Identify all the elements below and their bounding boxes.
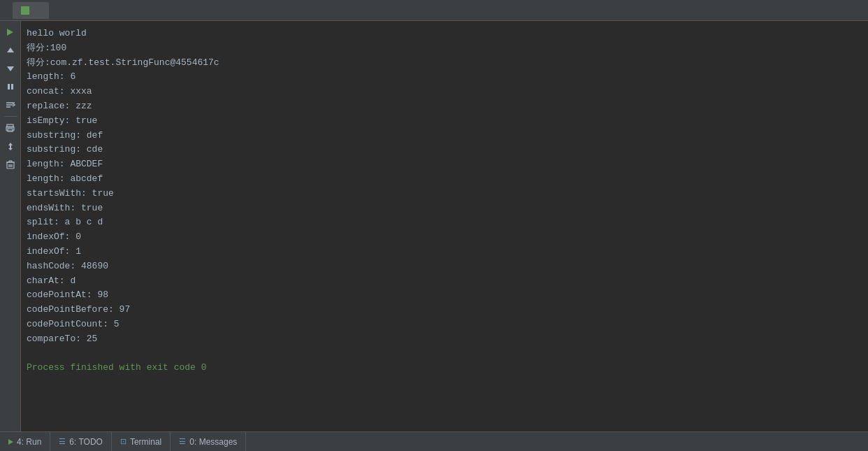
console-line: 得分:com.zf.test.StringFunc@4554617c <box>27 56 862 71</box>
print-button[interactable] <box>2 120 19 136</box>
terminal-tab-label: Terminal <box>130 437 161 447</box>
console-line: hello world <box>27 27 862 41</box>
tab-bar <box>0 0 868 21</box>
console-line: substring: def <box>27 129 862 143</box>
console-line: endsWith: true <box>27 201 862 216</box>
console-content: hello world得分:100得分:com.zf.test.StringFu… <box>21 24 868 378</box>
todo-tab-icon: ☰ <box>59 437 66 446</box>
console-line <box>27 347 862 361</box>
console-line: startsWith: true <box>27 187 862 201</box>
java-class-icon <box>21 6 29 15</box>
run-tab[interactable]: 4: Run <box>0 432 50 452</box>
pin-button[interactable] <box>2 138 19 155</box>
terminal-tab[interactable]: ⊡Terminal <box>112 432 171 452</box>
delete-button[interactable] <box>2 156 19 173</box>
console-line: concat: xxxa <box>27 85 862 99</box>
console-line: hashCode: 48690 <box>27 259 862 274</box>
svg-marker-1 <box>7 66 14 71</box>
console-line: indexOf: 0 <box>27 230 862 245</box>
scroll-up-button[interactable] <box>2 42 19 59</box>
console-line: length: ABCDEF <box>27 157 862 172</box>
toolbar-separator-1 <box>3 116 17 117</box>
todo-tab[interactable]: ☰6: TODO <box>50 432 112 452</box>
console-line: compareTo: 25 <box>27 332 862 347</box>
status-bar: 4: Run☰6: TODO⊡Terminal☰0: Messages <box>0 431 868 451</box>
main-area: hello world得分:100得分:com.zf.test.StringFu… <box>0 21 868 431</box>
console-line: indexOf: 1 <box>27 245 862 259</box>
run-tab-label: 4: Run <box>17 437 41 447</box>
toolbar <box>0 21 21 431</box>
run-icon <box>8 439 13 445</box>
todo-tab-label: 6: TODO <box>69 437 103 447</box>
wrap-button[interactable] <box>2 96 19 113</box>
console-line: isEmpty: true <box>27 114 862 129</box>
svg-marker-10 <box>8 143 13 150</box>
messages-tab-label: 0: Messages <box>189 437 237 447</box>
string-func-tab[interactable] <box>13 2 49 19</box>
messages-tab-icon: ☰ <box>179 437 186 446</box>
console-line: 得分:100 <box>27 41 862 56</box>
console-line: split: a b c d <box>27 215 862 230</box>
console-line: charAt: d <box>27 274 862 289</box>
run-button[interactable] <box>2 24 19 41</box>
scroll-down-button[interactable] <box>2 60 19 77</box>
console-line: replace: zzz <box>27 99 862 114</box>
console-line: Process finished with exit code 0 <box>27 361 862 375</box>
pause-button[interactable] <box>2 78 19 95</box>
console-area[interactable]: hello world得分:100得分:com.zf.test.StringFu… <box>21 21 868 431</box>
console-line: length: 6 <box>27 70 862 85</box>
console-line: codePointCount: 5 <box>27 317 862 332</box>
svg-rect-2 <box>8 84 10 90</box>
console-line: length: abcdef <box>27 172 862 187</box>
console-line: codePointBefore: 97 <box>27 303 862 317</box>
terminal-tab-icon: ⊡ <box>120 437 126 446</box>
svg-marker-0 <box>7 48 14 52</box>
console-line: codePointAt: 98 <box>27 288 862 303</box>
console-line: substring: cde <box>27 143 862 157</box>
svg-rect-3 <box>11 84 13 90</box>
messages-tab[interactable]: ☰0: Messages <box>171 432 246 452</box>
